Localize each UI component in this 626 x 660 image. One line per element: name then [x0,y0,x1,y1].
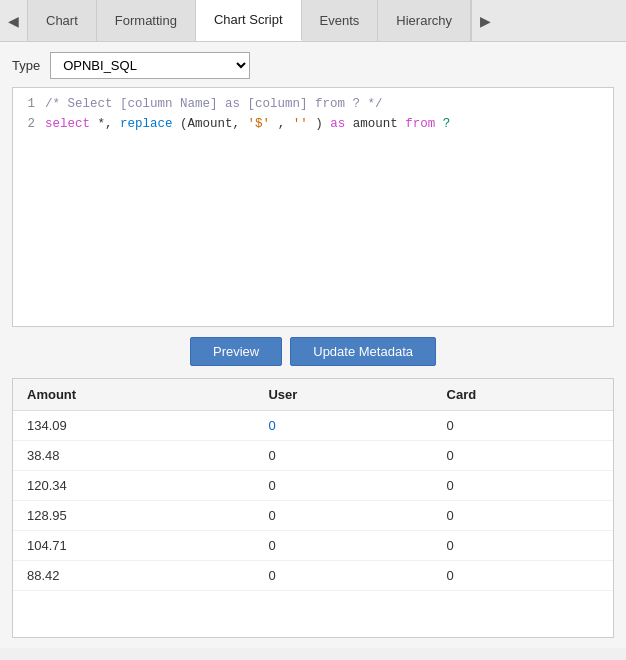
code-as-keyword: as [330,117,345,131]
table-header: Amount User Card [13,379,613,411]
action-buttons: Preview Update Metadata [12,337,614,366]
table-row: 88.42 0 0 [13,561,613,591]
code-from-keyword: from [405,117,435,131]
cell-card: 0 [433,501,613,531]
tab-chart-script[interactable]: Chart Script [196,0,302,41]
code-line-1: 1 /* Select [column Name] as [column] fr… [13,94,613,114]
tab-bar: ◀ Chart Formatting Chart Script Events H… [0,0,626,42]
type-row: Type OPNBI_SQL SQL JSON REST [12,52,614,79]
line-number-1: 1 [13,94,45,114]
cell-user: 0 [254,531,432,561]
tab-events[interactable]: Events [302,0,379,41]
cell-user[interactable]: 0 [254,411,432,441]
cell-card: 0 [433,471,613,501]
col-header-amount: Amount [13,379,254,411]
data-table-container[interactable]: Amount User Card 134.09 0 0 38.48 0 0 12… [12,378,614,638]
cell-user: 0 [254,471,432,501]
cell-amount: 38.48 [13,441,254,471]
col-header-card: Card [433,379,613,411]
code-comment: /* Select [column Name] as [column] from… [45,97,383,111]
cell-user: 0 [254,441,432,471]
tab-hierarchy[interactable]: Hierarchy [378,0,471,41]
data-table: Amount User Card 134.09 0 0 38.48 0 0 12… [13,379,613,591]
cell-user: 0 [254,501,432,531]
cell-amount: 88.42 [13,561,254,591]
preview-button[interactable]: Preview [190,337,282,366]
tab-formatting[interactable]: Formatting [97,0,196,41]
type-select[interactable]: OPNBI_SQL SQL JSON REST [50,52,250,79]
tab-prev-button[interactable]: ◀ [0,0,28,41]
main-content: Type OPNBI_SQL SQL JSON REST 1 /* Select… [0,42,626,648]
cell-card: 0 [433,441,613,471]
tab-next-button[interactable]: ▶ [471,0,499,41]
cell-amount: 128.95 [13,501,254,531]
code-dollar-string: '$' [248,117,271,131]
cell-user: 0 [254,561,432,591]
cell-amount: 104.71 [13,531,254,561]
table-row: 120.34 0 0 [13,471,613,501]
table-body: 134.09 0 0 38.48 0 0 120.34 0 0 128.95 0 [13,411,613,591]
code-replace-func: replace [120,117,173,131]
cell-amount: 120.34 [13,471,254,501]
code-editor[interactable]: 1 /* Select [column Name] as [column] fr… [12,87,614,327]
table-row: 134.09 0 0 [13,411,613,441]
table-row: 38.48 0 0 [13,441,613,471]
table-row: 104.71 0 0 [13,531,613,561]
code-empty-string: '' [293,117,308,131]
cell-card: 0 [433,561,613,591]
tab-chart[interactable]: Chart [28,0,97,41]
col-header-user: User [254,379,432,411]
cell-card: 0 [433,531,613,561]
type-label: Type [12,58,40,73]
table-header-row: Amount User Card [13,379,613,411]
code-param: ? [443,117,451,131]
table-row: 128.95 0 0 [13,501,613,531]
cell-card: 0 [433,411,613,441]
line-number-2: 2 [13,114,45,134]
update-metadata-button[interactable]: Update Metadata [290,337,436,366]
code-line-2: 2 select *, replace (Amount, '$' , '' ) … [13,114,613,134]
code-select-keyword: select [45,117,90,131]
cell-amount: 134.09 [13,411,254,441]
